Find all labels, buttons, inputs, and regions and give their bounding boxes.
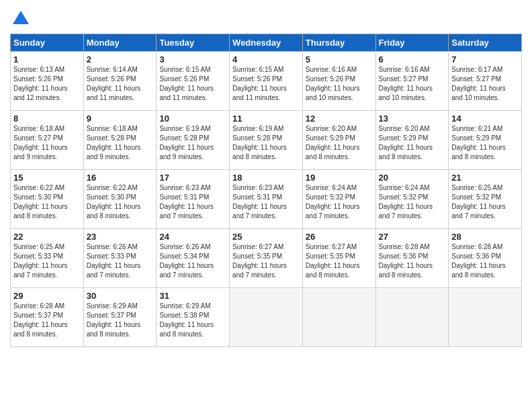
sunset: Sunset: 5:32 PM — [379, 193, 429, 201]
day-info: Sunrise: 6:22 AMSunset: 5:30 PMDaylight:… — [87, 183, 154, 221]
sunrise: Sunrise: 6:23 AM — [232, 184, 283, 191]
sunset: Sunset: 5:31 PM — [159, 193, 209, 201]
day-number: 5 — [306, 54, 373, 64]
calendar-cell: 18Sunrise: 6:23 AMSunset: 5:31 PMDayligh… — [230, 170, 303, 229]
sunrise: Sunrise: 6:25 AM — [451, 184, 502, 191]
daylight: Daylight: 11 hours and 7 minutes. — [87, 262, 141, 279]
daylight: Daylight: 11 hours and 9 minutes. — [13, 144, 68, 161]
sunset: Sunset: 5:28 PM — [87, 134, 136, 142]
calendar-cell: 19Sunrise: 6:24 AMSunset: 5:32 PMDayligh… — [302, 170, 375, 229]
weekday-header-wednesday: Wednesday — [230, 34, 303, 52]
sunset: Sunset: 5:27 PM — [451, 75, 501, 83]
day-number: 29 — [13, 291, 81, 301]
day-info: Sunrise: 6:16 AMSunset: 5:27 PMDaylight:… — [379, 65, 446, 103]
weekday-row: SundayMondayTuesdayWednesdayThursdayFrid… — [11, 34, 522, 52]
calendar-cell: 2Sunrise: 6:14 AMSunset: 5:26 PMDaylight… — [83, 52, 157, 111]
daylight: Daylight: 11 hours and 8 minutes. — [87, 321, 141, 338]
day-info: Sunrise: 6:21 AMSunset: 5:29 PMDaylight:… — [451, 124, 519, 162]
day-info: Sunrise: 6:15 AMSunset: 5:26 PMDaylight:… — [232, 65, 300, 103]
sunrise: Sunrise: 6:19 AM — [159, 125, 210, 132]
calendar-cell: 5Sunrise: 6:16 AMSunset: 5:26 PMDaylight… — [302, 52, 375, 111]
sunrise: Sunrise: 6:13 AM — [13, 66, 64, 73]
sunset: Sunset: 5:29 PM — [451, 134, 501, 142]
day-info: Sunrise: 6:16 AMSunset: 5:26 PMDaylight:… — [306, 65, 373, 103]
sunrise: Sunrise: 6:27 AM — [306, 243, 357, 250]
calendar-cell: 22Sunrise: 6:25 AMSunset: 5:33 PMDayligh… — [11, 229, 84, 288]
sunset: Sunset: 5:28 PM — [232, 134, 282, 142]
calendar-cell: 1Sunrise: 6:13 AMSunset: 5:26 PMDaylight… — [11, 52, 84, 111]
day-number: 2 — [87, 54, 154, 64]
sunset: Sunset: 5:27 PM — [379, 75, 429, 83]
day-number: 15 — [13, 173, 81, 183]
day-number: 21 — [451, 173, 519, 183]
day-number: 6 — [379, 54, 446, 64]
calendar-week-1: 8Sunrise: 6:18 AMSunset: 5:27 PMDaylight… — [11, 111, 522, 170]
day-number: 17 — [159, 173, 226, 183]
day-number: 9 — [87, 113, 154, 124]
calendar-week-3: 22Sunrise: 6:25 AMSunset: 5:33 PMDayligh… — [11, 229, 522, 288]
sunrise: Sunrise: 6:28 AM — [379, 243, 430, 250]
calendar-cell: 16Sunrise: 6:22 AMSunset: 5:30 PMDayligh… — [83, 170, 157, 229]
calendar-cell: 28Sunrise: 6:28 AMSunset: 5:36 PMDayligh… — [449, 229, 522, 288]
sunrise: Sunrise: 6:20 AM — [306, 125, 357, 132]
day-info: Sunrise: 6:29 AMSunset: 5:37 PMDaylight:… — [87, 302, 154, 339]
daylight: Daylight: 11 hours and 10 minutes. — [379, 85, 433, 101]
day-info: Sunrise: 6:20 AMSunset: 5:29 PMDaylight:… — [379, 124, 446, 162]
sunrise: Sunrise: 6:26 AM — [159, 243, 210, 250]
calendar-cell: 9Sunrise: 6:18 AMSunset: 5:28 PMDaylight… — [83, 111, 157, 170]
sunrise: Sunrise: 6:23 AM — [159, 184, 210, 191]
day-info: Sunrise: 6:25 AMSunset: 5:32 PMDaylight:… — [451, 183, 519, 221]
sunrise: Sunrise: 6:16 AM — [379, 66, 430, 73]
calendar-cell: 23Sunrise: 6:26 AMSunset: 5:33 PMDayligh… — [83, 229, 157, 288]
day-number: 12 — [306, 113, 373, 124]
calendar-week-4: 29Sunrise: 6:28 AMSunset: 5:37 PMDayligh… — [11, 288, 522, 347]
day-info: Sunrise: 6:19 AMSunset: 5:28 PMDaylight:… — [232, 124, 300, 162]
calendar-cell: 7Sunrise: 6:17 AMSunset: 5:27 PMDaylight… — [449, 52, 522, 111]
sunset: Sunset: 5:31 PM — [232, 193, 282, 201]
sunrise: Sunrise: 6:16 AM — [306, 66, 357, 73]
sunrise: Sunrise: 6:20 AM — [379, 125, 430, 132]
day-info: Sunrise: 6:28 AMSunset: 5:36 PMDaylight:… — [451, 242, 519, 280]
sunset: Sunset: 5:37 PM — [87, 312, 136, 319]
day-info: Sunrise: 6:27 AMSunset: 5:35 PMDaylight:… — [232, 242, 300, 280]
weekday-header-saturday: Saturday — [449, 34, 522, 52]
calendar-cell: 17Sunrise: 6:23 AMSunset: 5:31 PMDayligh… — [157, 170, 230, 229]
sunrise: Sunrise: 6:21 AM — [451, 125, 502, 132]
daylight: Daylight: 11 hours and 8 minutes. — [13, 321, 68, 338]
day-number: 27 — [379, 232, 446, 242]
calendar-cell — [375, 288, 449, 347]
sunrise: Sunrise: 6:18 AM — [13, 125, 64, 132]
sunset: Sunset: 5:29 PM — [379, 134, 429, 142]
day-number: 3 — [159, 54, 226, 64]
day-info: Sunrise: 6:23 AMSunset: 5:31 PMDaylight:… — [159, 183, 226, 221]
day-info: Sunrise: 6:24 AMSunset: 5:32 PMDaylight:… — [379, 183, 446, 221]
daylight: Daylight: 11 hours and 12 minutes. — [13, 85, 68, 101]
daylight: Daylight: 11 hours and 8 minutes. — [379, 144, 433, 161]
daylight: Daylight: 11 hours and 9 minutes. — [87, 144, 141, 161]
sunset: Sunset: 5:28 PM — [159, 134, 209, 142]
day-number: 19 — [306, 173, 373, 183]
sunrise: Sunrise: 6:17 AM — [451, 66, 502, 73]
calendar-cell: 3Sunrise: 6:15 AMSunset: 5:26 PMDaylight… — [157, 52, 230, 111]
sunrise: Sunrise: 6:28 AM — [13, 302, 64, 310]
daylight: Daylight: 11 hours and 11 minutes. — [87, 85, 141, 101]
sunset: Sunset: 5:32 PM — [306, 193, 355, 201]
day-number: 4 — [232, 54, 300, 64]
sunrise: Sunrise: 6:28 AM — [451, 243, 502, 250]
day-number: 22 — [13, 232, 81, 242]
calendar-cell: 11Sunrise: 6:19 AMSunset: 5:28 PMDayligh… — [230, 111, 303, 170]
weekday-header-thursday: Thursday — [302, 34, 375, 52]
calendar-cell: 20Sunrise: 6:24 AMSunset: 5:32 PMDayligh… — [375, 170, 449, 229]
day-info: Sunrise: 6:18 AMSunset: 5:28 PMDaylight:… — [87, 124, 154, 162]
day-number: 25 — [232, 232, 300, 242]
day-info: Sunrise: 6:19 AMSunset: 5:28 PMDaylight:… — [159, 124, 226, 162]
sunset: Sunset: 5:30 PM — [13, 193, 63, 201]
calendar-cell: 27Sunrise: 6:28 AMSunset: 5:36 PMDayligh… — [375, 229, 449, 288]
sunrise: Sunrise: 6:18 AM — [87, 125, 138, 132]
day-number: 13 — [379, 113, 446, 124]
daylight: Daylight: 11 hours and 7 minutes. — [13, 262, 68, 279]
day-number: 24 — [159, 232, 226, 242]
daylight: Daylight: 11 hours and 11 minutes. — [232, 85, 287, 101]
sunset: Sunset: 5:29 PM — [306, 134, 355, 142]
day-number: 10 — [159, 113, 226, 124]
